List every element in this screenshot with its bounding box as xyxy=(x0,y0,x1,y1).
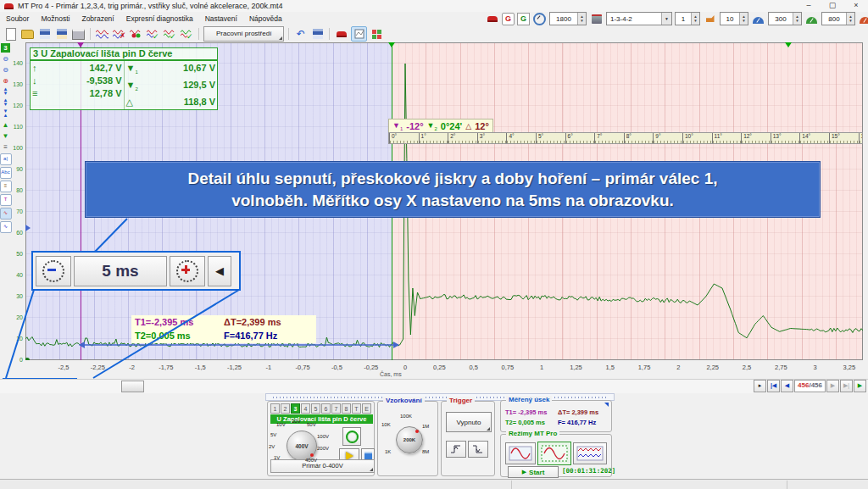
knob-label: 5V xyxy=(270,432,276,437)
y-tick-label: 90 xyxy=(9,166,23,172)
y-tick-label: 130 xyxy=(9,81,23,87)
text-button[interactable]: T xyxy=(0,194,12,206)
gauge-green-icon xyxy=(804,12,819,25)
waveform-check1-icon[interactable]: ✓ xyxy=(146,27,160,41)
t2-cursor-icon: ▼2 xyxy=(126,79,136,96)
menu-n-pov-da[interactable]: Nápověda xyxy=(243,13,288,25)
x-tick-label: -0,25 xyxy=(364,364,378,371)
split-pane-icon[interactable] xyxy=(370,27,384,41)
angle-t2-value: 0°24' xyxy=(441,121,462,131)
label-a-button[interactable]: a| xyxy=(0,153,12,165)
channel-tab-5[interactable]: 5 xyxy=(311,403,320,414)
mode-section-button[interactable] xyxy=(537,442,571,465)
waveform-points-icon[interactable] xyxy=(129,27,143,41)
rpm-spinner[interactable]: 1800▲▼ xyxy=(549,12,587,25)
gasoline-mode-button[interactable]: G xyxy=(502,13,515,25)
timebase-collapse-button[interactable]: ◀ xyxy=(208,256,231,286)
nav-expand-button[interactable]: ▸ xyxy=(754,380,766,392)
nav-last-button[interactable]: ▶| xyxy=(840,380,853,392)
menu-expresn-diagnostika[interactable]: Expresní diagnostika xyxy=(120,13,199,25)
car-icon[interactable] xyxy=(485,12,499,25)
menu-zobrazen-[interactable]: Zobrazení xyxy=(75,13,120,25)
print-icon[interactable] xyxy=(71,27,86,41)
channel-tab-8[interactable]: 8 xyxy=(342,403,351,414)
x-tick-label: 0 xyxy=(403,364,407,371)
menu-nastaven-[interactable]: Nastavení xyxy=(199,13,243,25)
record-time: [00:01:31:202] xyxy=(562,467,615,475)
trigger-rising-edge-button[interactable] xyxy=(446,441,466,458)
maximize-button[interactable]: ▢ xyxy=(821,0,844,11)
gauge300-spinner[interactable]: 300▲▼ xyxy=(768,12,802,25)
x-tick-label: 2 xyxy=(676,364,680,371)
channel-tab-t[interactable]: T xyxy=(352,403,361,414)
channel-tab-2[interactable]: 2 xyxy=(281,403,290,414)
undo-icon[interactable]: ↶ xyxy=(293,27,308,41)
channel-power-button[interactable] xyxy=(342,427,361,446)
modes-title: Režimy MT Pro xyxy=(506,430,559,438)
mode-continuous-button[interactable] xyxy=(573,442,607,464)
knob-label: 2V xyxy=(269,444,275,449)
channel-group: 12345678TE U Zapalovací lišta pin D červ… xyxy=(267,401,375,476)
firing-order-select[interactable]: 1-3-4-2▼ xyxy=(606,12,672,25)
waveform-delete-icon[interactable]: ✗ xyxy=(112,27,126,41)
scrollbar-thumb[interactable] xyxy=(121,381,144,392)
save-workspace-icon[interactable] xyxy=(310,27,325,41)
gauge-red-icon xyxy=(858,12,868,25)
channel-tab-7[interactable]: 7 xyxy=(331,403,341,414)
trigger-state-button[interactable]: Vypnuto xyxy=(446,412,492,432)
menu-mo-nosti[interactable]: Možnosti xyxy=(35,13,75,25)
scale-shrink-icon[interactable]: ▼▲ xyxy=(1,109,10,119)
nav-prev-button[interactable]: ◀ xyxy=(781,380,793,392)
cylinder-spinner[interactable]: 1▲▼ xyxy=(675,12,700,25)
waveform-tool-icon[interactable] xyxy=(95,27,109,41)
channel-tab-3[interactable]: 3 xyxy=(291,403,300,414)
timebase-control-callout: 5 ms ◀ xyxy=(31,251,241,291)
tbox-t1: T1=-2,395 ms xyxy=(135,316,224,330)
waveform-check3-icon[interactable]: ✓ xyxy=(180,27,194,41)
value10-spinner[interactable]: 10▲▼ xyxy=(720,12,748,25)
knob-label: 400V xyxy=(305,458,317,463)
timebase-zoom-out-button[interactable] xyxy=(36,256,71,286)
timebase-zoom-in-button[interactable] xyxy=(170,256,205,286)
x-tick-label: 1,25 xyxy=(570,364,582,371)
channel-tab-1[interactable]: 1 xyxy=(270,403,280,414)
knob-label: 1M xyxy=(422,424,429,429)
main-toolbar: ✗ ✓ ✓ ✓ Pracovní prostředí ↶ xyxy=(0,25,868,42)
x-tick-label: -2 xyxy=(129,364,135,371)
range-dropdown[interactable]: Primár 0-400V xyxy=(270,459,375,473)
car-data-icon[interactable] xyxy=(334,27,348,41)
x-tick-label: 1 xyxy=(540,364,543,371)
ruler-degree-cell: 9° xyxy=(653,133,682,143)
workspace-button[interactable]: Pracovní prostředí xyxy=(203,26,284,42)
nav-first-button[interactable]: |◀ xyxy=(767,380,780,392)
channel-tab-4[interactable]: 4 xyxy=(301,403,310,414)
rpm-icon xyxy=(532,12,547,25)
measured-corner-icon xyxy=(604,403,609,407)
nav-next-button[interactable]: ▶ xyxy=(826,380,839,392)
open-file-icon[interactable] xyxy=(20,27,35,41)
start-button[interactable]: ▶Start xyxy=(508,466,559,478)
angle-t1-value: -12° xyxy=(406,121,423,131)
save-icon[interactable] xyxy=(37,27,52,41)
gauge800-spinner[interactable]: 800▲▼ xyxy=(821,12,855,25)
save-as-icon[interactable] xyxy=(54,27,69,41)
channel-tab-6[interactable]: 6 xyxy=(321,403,331,414)
channel-tab-e[interactable]: E xyxy=(362,403,371,414)
gas-mode-button[interactable]: G xyxy=(517,13,530,25)
nav-play-button[interactable]: ▶ xyxy=(854,380,866,392)
channel-info-box[interactable]: 3 U Zapalovací lišta pin D červe ↑142,7 … xyxy=(30,47,218,110)
single-pane-icon[interactable] xyxy=(351,26,367,42)
menu-soubor[interactable]: Soubor xyxy=(0,13,35,25)
waveform-check2-icon[interactable]: ✓ xyxy=(163,27,177,41)
minimize-button[interactable]: – xyxy=(797,0,821,11)
voltage-range-knob[interactable]: 400V xyxy=(287,431,317,461)
scale-up-down-icon[interactable]: ▲▼ xyxy=(1,87,10,97)
sampling-knob[interactable]: 200K xyxy=(396,426,423,453)
y-tick-label: 10 xyxy=(9,336,23,342)
close-button[interactable]: × xyxy=(844,0,868,11)
zoom-out-icon[interactable]: ⊖ xyxy=(1,65,10,75)
move-down-icon[interactable]: ▼ xyxy=(1,131,10,141)
trigger-falling-edge-button[interactable] xyxy=(468,441,488,458)
new-file-icon[interactable] xyxy=(3,27,18,41)
mode-single-button[interactable] xyxy=(505,442,536,464)
